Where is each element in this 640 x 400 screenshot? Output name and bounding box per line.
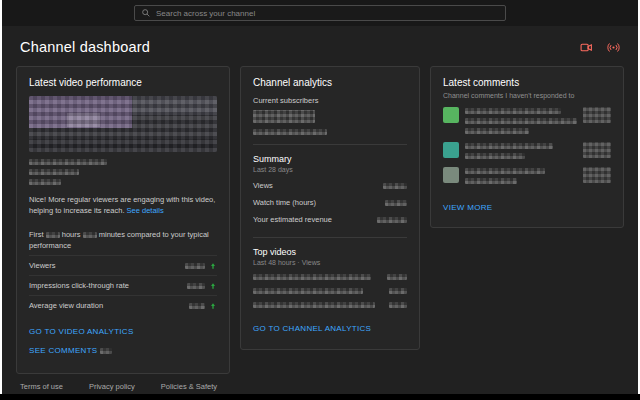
dashboard-cards: Latest video performance Nice! More regu… — [2, 66, 638, 374]
blurred-comment-count — [100, 348, 112, 354]
top-video-row[interactable] — [253, 270, 407, 284]
latest-video-performance-card: Latest video performance Nice! More regu… — [16, 66, 230, 374]
trend-up-icon — [209, 282, 217, 290]
current-subscribers-label: Current subscribers — [253, 96, 407, 105]
commenter-avatar — [443, 142, 459, 158]
bottom-black-strip — [0, 394, 640, 400]
page-header: Channel dashboard — [2, 26, 638, 66]
studio-dashboard: Channel dashboard Late — [2, 0, 638, 394]
card-title: Latest video performance — [29, 77, 217, 88]
comment-row[interactable] — [443, 107, 611, 134]
channel-analytics-card: Channel analytics Current subscribers Su… — [240, 66, 420, 350]
view-more-wrap: VIEW MORE — [443, 196, 611, 214]
blurred-value — [377, 217, 407, 223]
summary-title: Summary — [253, 154, 407, 164]
comment-row[interactable] — [443, 142, 611, 159]
go-to-video-analytics-link[interactable]: GO TO VIDEO ANALYTICS — [29, 327, 217, 336]
trend-up-icon — [209, 262, 217, 270]
top-videos-period: Last 48 hours · Views — [253, 259, 407, 266]
metric-row-ctr[interactable]: Impressions click-through rate — [29, 276, 217, 296]
blurred-comment-text — [465, 142, 577, 159]
analytics-card-links: GO TO CHANNEL ANALYTICS — [253, 324, 407, 333]
blurred-video-title — [253, 302, 375, 308]
summary-row-revenue: Your estimated revenue — [253, 211, 407, 228]
video-metrics: Viewers Impressions click-through rate A… — [29, 255, 217, 315]
blurred-value — [187, 283, 205, 289]
top-videos-title: Top videos — [253, 247, 407, 257]
thumbnail-pixelation — [29, 96, 217, 152]
search-input[interactable] — [156, 9, 505, 18]
comment-row[interactable] — [443, 167, 611, 184]
comment-video-thumbnail — [583, 107, 611, 123]
divider — [253, 144, 407, 145]
metric-row-avg-duration[interactable]: Average view duration — [29, 296, 217, 315]
blurred-value — [385, 200, 407, 206]
see-details-link[interactable]: See details — [127, 206, 164, 215]
blurred-comment-text — [465, 107, 577, 134]
blurred-value — [387, 274, 407, 280]
footer: Terms of use Privacy policy Policies & S… — [2, 374, 638, 394]
blurred-comment-text — [465, 167, 577, 184]
comment-video-thumbnail — [583, 167, 611, 183]
summary-row-watch-time: Watch time (hours) — [253, 194, 407, 211]
blurred-video-title — [29, 159, 217, 185]
blurred-video-title — [253, 274, 371, 280]
search-bar[interactable] — [134, 5, 506, 21]
blurred-video-title — [253, 288, 363, 294]
comment-video-thumbnail — [583, 142, 611, 158]
blurred-value — [383, 183, 407, 189]
top-video-row[interactable] — [253, 298, 407, 312]
latest-comments-card: Latest comments Channel comments I haven… — [430, 66, 624, 228]
summary-period: Last 28 days — [253, 166, 407, 173]
divider — [253, 237, 407, 238]
blurred-value — [189, 303, 205, 309]
commenter-avatar — [443, 167, 459, 183]
see-comments-link[interactable]: SEE COMMENTS — [29, 346, 217, 355]
card-title: Latest comments — [443, 77, 611, 88]
blurred-value — [389, 288, 407, 294]
metric-row-viewers[interactable]: Viewers — [29, 256, 217, 276]
footer-link-terms[interactable]: Terms of use — [20, 382, 63, 391]
create-video-icon[interactable] — [580, 41, 593, 54]
commenter-avatar — [443, 107, 459, 123]
trend-up-icon — [209, 302, 217, 310]
comparison-text: First hours minutes compared to your typ… — [29, 229, 217, 252]
performance-note: Nice! More regular viewers are engaging … — [29, 195, 217, 217]
blurred-value — [185, 263, 205, 269]
go-live-icon[interactable] — [607, 41, 620, 54]
summary-row-views: Views — [253, 177, 407, 194]
page-title: Channel dashboard — [20, 39, 150, 55]
search-icon — [141, 8, 151, 18]
blurred-value — [389, 302, 407, 308]
latest-video-thumbnail[interactable] — [29, 96, 217, 152]
footer-link-privacy[interactable]: Privacy policy — [89, 382, 135, 391]
topbar — [2, 0, 638, 26]
video-card-links: GO TO VIDEO ANALYTICS SEE COMMENTS — [29, 327, 217, 355]
comments-subtitle: Channel comments I haven't responded to — [443, 92, 611, 99]
go-to-channel-analytics-link[interactable]: GO TO CHANNEL ANALYTICS — [253, 324, 407, 333]
view-more-link[interactable]: VIEW MORE — [443, 203, 492, 212]
blurred-value — [46, 232, 60, 238]
blurred-subscriber-delta — [253, 129, 327, 135]
card-title: Channel analytics — [253, 77, 407, 88]
blurred-value — [83, 232, 97, 238]
blurred-subscriber-count — [253, 110, 315, 123]
top-video-row[interactable] — [253, 284, 407, 298]
footer-link-policies[interactable]: Policies & Safety — [161, 382, 217, 391]
header-actions — [580, 41, 620, 54]
